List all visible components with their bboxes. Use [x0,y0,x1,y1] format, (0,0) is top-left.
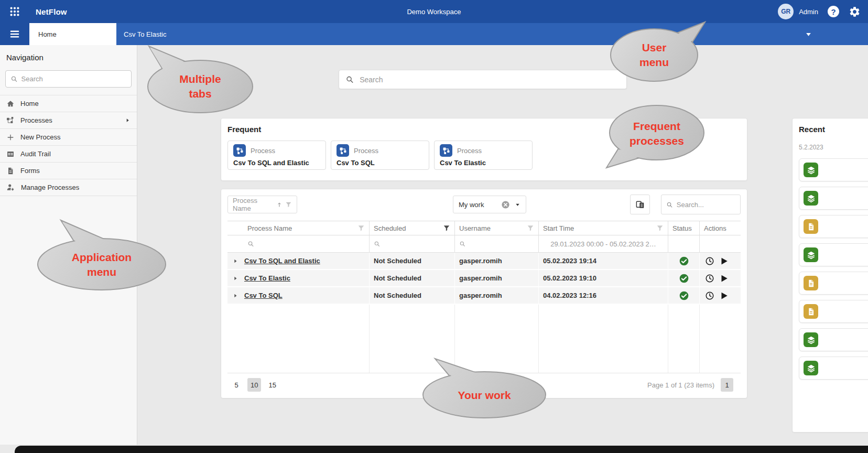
row-expander-icon[interactable] [233,258,238,264]
run-action-button[interactable] [719,291,729,300]
tab-overflow-button[interactable] [805,23,812,45]
recent-item[interactable] [799,187,868,210]
sidebar-item-home[interactable]: Home [0,95,137,112]
process-name-link[interactable]: Csv To SQL [244,292,283,299]
column-header-username[interactable]: Username [455,221,539,235]
svg-text:Frequent: Frequent [633,120,680,132]
table-search[interactable] [661,195,741,214]
recent-item[interactable] [799,300,868,323]
frequent-card[interactable]: Process Csv To Elastic [434,141,533,170]
page-size-5[interactable]: 5 [230,378,243,392]
audit-trail-icon [6,150,15,158]
column-header-start-time[interactable]: Start Time [539,221,668,235]
status-success-icon [679,273,689,284]
history-action-button[interactable] [705,274,714,283]
history-action-button[interactable] [705,256,714,266]
work-filter-dropdown[interactable]: My work [453,196,526,213]
work-filter-label: My work [459,201,484,209]
layers-icon [804,332,818,347]
svg-text:tabs: tabs [189,88,211,100]
filter-funnel-icon[interactable] [527,224,534,232]
column-header-scheduled[interactable]: Scheduled [370,221,455,235]
help-icon[interactable]: ? [828,6,839,17]
process-name-link[interactable]: Csv To SQL and Elastic [244,257,320,265]
column-header-label: Status [672,224,692,232]
sidebar-item-processes[interactable]: Processes [0,112,137,129]
column-header-process-name[interactable]: Process Name [227,221,370,235]
page-size-selector: 5 10 15 [227,378,284,392]
clear-filter-icon[interactable] [501,200,510,209]
page-size-15[interactable]: 15 [265,378,279,392]
sort-chip[interactable]: Process Name [227,196,297,213]
process-type-label: Process [457,147,482,155]
hamburger-icon [9,28,20,40]
global-search[interactable] [339,70,627,89]
frequent-card[interactable]: Process Csv To SQL and Elastic [227,141,326,170]
callout-frequent-processes: Frequent processes [569,104,705,171]
row-expander-icon[interactable] [233,293,238,298]
start-time-value: 04.02.2023 12:16 [543,292,596,299]
frequent-card[interactable]: Process Csv To SQL [331,141,429,170]
global-search-input[interactable] [360,76,620,84]
sidebar-menu: Home Processes New Process Audit Trail F… [0,95,137,196]
filter-funnel-icon[interactable] [656,224,664,232]
sidebar-item-forms[interactable]: Forms [0,163,137,179]
tab-csv-to-elastic[interactable]: Csv To Elastic [116,23,166,45]
recent-title: Recent [799,125,868,134]
sidebar-item-new-process[interactable]: New Process [0,129,137,146]
process-name-link[interactable]: Csv To Elastic [244,274,290,282]
layers-icon [804,247,818,262]
svg-text:menu: menu [87,266,116,278]
sidebar-item-label: Forms [20,167,40,175]
sidebar-item-audit-trail[interactable]: Audit Trail [0,146,137,163]
search-icon [374,240,380,247]
svg-text:menu: menu [639,56,669,68]
sidebar-item-label: Audit Trail [20,150,51,158]
play-icon [719,274,729,283]
tab-home[interactable]: Home [29,23,116,45]
filter-funnel-icon-active[interactable] [443,224,450,232]
submenu-caret-icon [125,117,131,123]
scheduled-value: Not Scheduled [374,257,421,265]
recent-item[interactable] [799,215,868,238]
filter-start-time[interactable]: 29.01.2023 00:00 - 05.02.2023 2… [539,235,668,252]
document-icon [804,276,818,290]
run-action-button[interactable] [719,274,729,283]
layers-icon [804,191,818,206]
callout-user-menu: User menu [610,20,710,84]
recent-item[interactable] [799,158,868,181]
recent-item[interactable] [799,357,868,380]
chevron-down-icon [515,202,520,208]
table-search-input[interactable] [677,201,735,209]
recent-item[interactable] [799,272,868,295]
sidebar-search-input[interactable] [21,75,126,83]
filter-username-input[interactable] [469,240,534,248]
user-name: Admin [799,8,818,16]
column-header-status[interactable]: Status [668,221,700,235]
sidebar-search[interactable] [5,70,132,88]
recent-item[interactable] [799,243,868,266]
sidebar-toggle-button[interactable] [0,23,29,45]
run-action-button[interactable] [719,256,729,266]
row-expander-icon[interactable] [233,276,238,281]
filter-scheduled-input[interactable] [383,240,450,248]
user-avatar[interactable]: GR [778,4,794,19]
username-value: gasper.romih [459,257,502,265]
app-launcher-button[interactable] [0,0,29,23]
filter-scheduled[interactable] [370,235,455,252]
search-icon [10,75,18,83]
page-size-10[interactable]: 10 [247,378,261,392]
tab-bar: Home Csv To Elastic [0,23,868,45]
history-action-button[interactable] [705,291,714,300]
page-1-button[interactable]: 1 [721,378,733,392]
filter-funnel-icon[interactable] [357,224,365,232]
process-icon [440,144,452,157]
column-chooser-button[interactable] [630,195,650,214]
settings-gear-icon[interactable] [849,6,861,18]
svg-text:Multiple: Multiple [179,73,221,85]
filter-process-name-input[interactable] [257,240,365,248]
sidebar-item-manage-processes[interactable]: Manage Processes [0,179,137,196]
filter-username[interactable] [455,235,539,252]
recent-item[interactable] [799,328,868,351]
filter-process-name[interactable] [227,235,370,252]
